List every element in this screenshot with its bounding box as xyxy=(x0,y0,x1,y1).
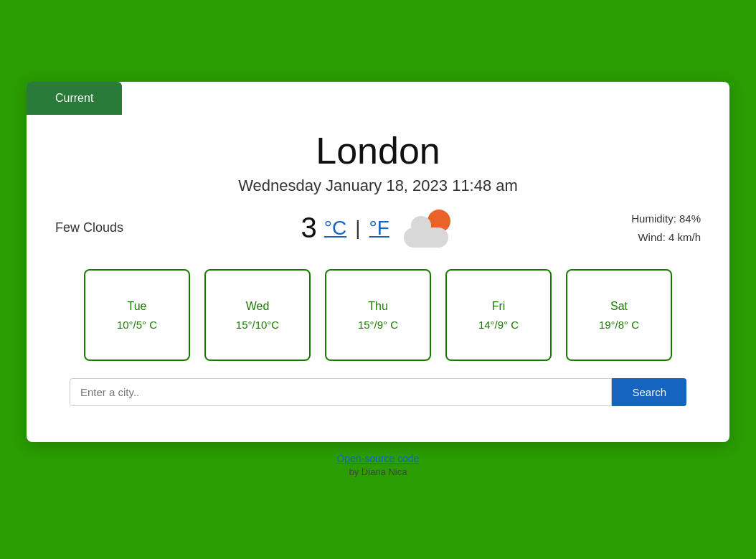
temp-value: 3 xyxy=(301,212,317,244)
forecast-day-0: Tue xyxy=(128,300,147,313)
app-container: Current London Wednesday January 18, 202… xyxy=(27,82,729,442)
city-name: London xyxy=(55,129,701,172)
main-content: London Wednesday January 18, 2023 11:48 … xyxy=(27,115,729,428)
forecast-temp-2: 15°/9° C xyxy=(358,319,398,331)
forecast-temp-0: 10°/5° C xyxy=(117,319,157,331)
forecast-day-4: Sat xyxy=(610,300,628,313)
forecast-card-1: Wed 15°/10°C xyxy=(204,269,311,361)
search-input[interactable] xyxy=(70,378,612,406)
forecast-card-4: Sat 19°/8° C xyxy=(566,269,672,361)
search-row: Search xyxy=(70,378,686,406)
fahrenheit-link[interactable]: °F xyxy=(369,217,389,240)
forecast-temp-3: 14°/9° C xyxy=(478,319,519,331)
footer-credit: by Diana Nica xyxy=(336,466,419,477)
forecast-temp-1: 15°/10°C xyxy=(236,319,279,331)
footer: Open-source code by Diana Nica xyxy=(336,452,419,477)
humidity-label: Humidity: 84% xyxy=(631,210,701,228)
forecast-day-2: Thu xyxy=(368,300,388,313)
weather-row: Few Clouds 3 °C | °F Humidity: 84% Wind:… xyxy=(55,208,701,248)
forecast-day-3: Fri xyxy=(492,300,506,313)
forecast-day-1: Wed xyxy=(246,300,270,313)
wind-label: Wind: 4 km/h xyxy=(631,228,701,247)
date-time: Wednesday January 18, 2023 11:48 am xyxy=(55,177,701,195)
forecast-card-3: Fri 14°/9° C xyxy=(445,269,552,361)
current-tab[interactable]: Current xyxy=(27,82,122,115)
forecast-temp-4: 19°/8° C xyxy=(599,319,639,331)
weather-icon xyxy=(404,208,454,248)
forecast-card-0: Tue 10°/5° C xyxy=(84,269,190,361)
condition-label: Few Clouds xyxy=(55,220,123,235)
search-button[interactable]: Search xyxy=(612,378,686,406)
temp-separator: | xyxy=(355,217,360,240)
open-source-link[interactable]: Open-source code xyxy=(336,453,419,464)
celsius-link[interactable]: °C xyxy=(324,217,346,240)
humidity-wind: Humidity: 84% Wind: 4 km/h xyxy=(631,210,701,246)
forecast-card-2: Thu 15°/9° C xyxy=(325,269,431,361)
cloud-body xyxy=(404,227,448,248)
temp-icon-row: 3 °C | °F xyxy=(301,208,454,248)
tab-row: Current xyxy=(27,82,729,115)
forecast-row: Tue 10°/5° C Wed 15°/10°C Thu 15°/9° C F… xyxy=(55,269,701,361)
